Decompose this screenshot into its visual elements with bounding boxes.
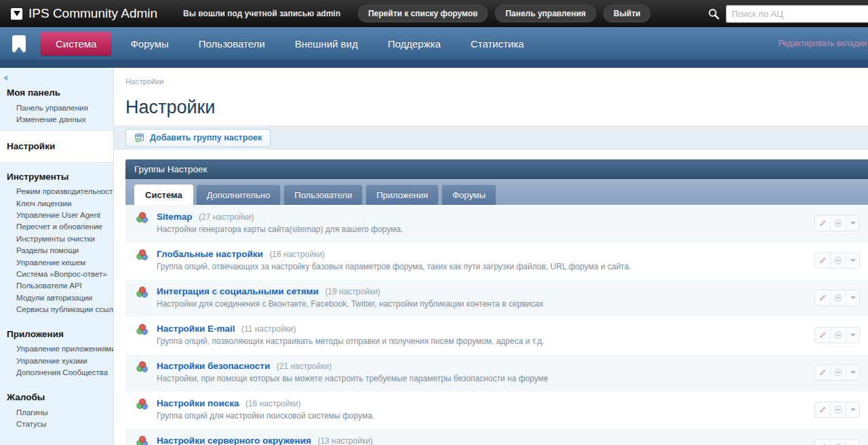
sidebar-section-title[interactable]: Жалобы bbox=[0, 389, 113, 406]
remove-minus-icon[interactable] bbox=[831, 440, 846, 445]
search-input[interactable] bbox=[726, 5, 868, 23]
topbar-button[interactable]: Выйти bbox=[604, 5, 651, 22]
dropdown-caret-icon[interactable] bbox=[846, 216, 859, 231]
sidebar-item[interactable]: Плагины bbox=[0, 406, 113, 418]
dropdown-caret-icon[interactable] bbox=[846, 365, 859, 380]
sidebar-item[interactable]: Управление User Agent bbox=[0, 210, 113, 221]
collapse-left-icon[interactable] bbox=[3, 75, 7, 81]
settings-group-link[interactable]: Интеграция с социальными сетями bbox=[157, 286, 319, 296]
sidebar-section: ИнструментыРежим производительностиКлюч … bbox=[0, 163, 113, 320]
edit-pencil-icon[interactable] bbox=[815, 290, 831, 305]
edit-pencil-icon[interactable] bbox=[815, 216, 831, 231]
nav-tab[interactable]: Пользователи bbox=[188, 32, 276, 56]
remove-minus-icon[interactable] bbox=[831, 328, 846, 343]
nav-tab[interactable]: Форумы bbox=[119, 32, 179, 56]
edit-pencil-icon[interactable] bbox=[815, 440, 831, 445]
search-area bbox=[708, 5, 868, 23]
settings-group-row: Настройки поиска (16 настройки) Группа о… bbox=[125, 391, 868, 429]
sidebar-item[interactable]: Сервисы публикации ссылок bbox=[0, 304, 113, 315]
topbar: IPS Community Admin Вы вошли под учетной… bbox=[0, 0, 868, 27]
sidebar-section: ПриложенияУправление приложениямиУправле… bbox=[0, 320, 113, 383]
panel-tab[interactable]: Пользователи bbox=[283, 185, 363, 206]
remove-minus-icon[interactable] bbox=[831, 216, 846, 231]
sidebar-item[interactable]: Изменение данных bbox=[0, 113, 113, 125]
sidebar-item[interactable]: Пересчет и обновление bbox=[0, 221, 113, 233]
row-actions bbox=[814, 252, 860, 269]
edit-pencil-icon[interactable] bbox=[815, 328, 831, 343]
sidebar-item[interactable]: Статусы bbox=[0, 418, 113, 429]
settings-group-link[interactable]: Глобальные настройки bbox=[157, 249, 263, 259]
sidebar-section-title[interactable]: Настройки bbox=[0, 138, 113, 155]
sidebar-item[interactable]: Пользователи API bbox=[0, 280, 113, 292]
nav-tab[interactable]: Статистика bbox=[460, 32, 535, 56]
sidebar-collapse[interactable] bbox=[0, 68, 113, 79]
sidebar-item[interactable]: Панель управления bbox=[0, 102, 113, 113]
settings-group-row: Настройки серверного окружения (13 настр… bbox=[125, 429, 868, 445]
edit-tabs-link[interactable]: Редактировать вкладки bbox=[778, 39, 867, 48]
settings-group-row: Настройки безопасности (21 настройки) На… bbox=[125, 354, 868, 391]
remove-minus-icon[interactable] bbox=[831, 253, 846, 268]
settings-group-count: (19 настройки) bbox=[325, 287, 380, 296]
sidebar-item[interactable]: Инструменты очистки bbox=[0, 233, 113, 244]
nav-tab[interactable]: Внешний вид bbox=[284, 32, 369, 56]
settings-group-icon bbox=[136, 212, 149, 242]
edit-pencil-icon[interactable] bbox=[815, 365, 831, 380]
settings-group-icon bbox=[136, 249, 149, 279]
settings-group-count: (16 настройки) bbox=[269, 250, 324, 259]
edit-pencil-icon[interactable] bbox=[815, 253, 831, 268]
sidebar-section: Моя панельПанель управленияИзменение дан… bbox=[0, 79, 113, 130]
edit-pencil-icon[interactable] bbox=[815, 402, 831, 417]
sidebar-section-title[interactable]: Моя панель bbox=[0, 84, 113, 102]
dropdown-caret-icon[interactable] bbox=[846, 440, 859, 445]
panel-tab[interactable]: Приложения bbox=[366, 185, 439, 206]
add-group-icon bbox=[134, 132, 145, 143]
panel-tab[interactable]: Форумы bbox=[441, 185, 496, 206]
nav-tab[interactable]: Поддержка bbox=[377, 32, 452, 56]
settings-group-link[interactable]: Настройки безопасности bbox=[157, 361, 270, 371]
sidebar-item[interactable]: Ключ лицензии bbox=[0, 197, 113, 209]
remove-minus-icon[interactable] bbox=[831, 290, 846, 305]
sidebar-item[interactable]: Управление кешем bbox=[0, 256, 113, 268]
sidebar-item[interactable]: Модули авторизации bbox=[0, 292, 113, 303]
add-group-button[interactable]: Добавить группу настроек bbox=[125, 129, 271, 147]
row-actions bbox=[814, 439, 860, 445]
sidebar-section-title[interactable]: Приложения bbox=[0, 326, 113, 343]
dropdown-caret-icon[interactable] bbox=[846, 402, 859, 417]
panel-title: Группы Настроек bbox=[134, 164, 207, 174]
settings-group-text: Sitemap (27 настройки) Настройки генерат… bbox=[157, 210, 403, 242]
settings-group-count: (11 настройки) bbox=[241, 324, 296, 334]
sidebar-section-title[interactable]: Инструменты bbox=[0, 168, 113, 186]
sidebar: Моя панельПанель управленияИзменение дан… bbox=[0, 68, 114, 445]
sidebar-item[interactable]: Режим производительности bbox=[0, 186, 113, 197]
sidebar-item[interactable]: Разделы помощи bbox=[0, 245, 113, 256]
settings-group-text: Глобальные настройки (16 настройки) Груп… bbox=[157, 248, 631, 279]
topbar-button[interactable]: Перейти к списку форумов bbox=[358, 5, 488, 22]
settings-group-link[interactable]: Настройки серверного окружения bbox=[157, 436, 311, 445]
add-group-label: Добавить группу настроек bbox=[150, 133, 262, 142]
settings-group-row: Sitemap (27 настройки) Настройки генерат… bbox=[125, 205, 868, 242]
settings-group-desc: Группа опций для настройки поисковой сис… bbox=[157, 411, 374, 421]
dashboard-bookmark-icon[interactable] bbox=[12, 35, 26, 52]
panel-tab[interactable]: Дополнительно bbox=[196, 185, 281, 206]
groups-list: Sitemap (27 настройки) Настройки генерат… bbox=[125, 205, 868, 445]
sidebar-item[interactable]: Управление хуками bbox=[0, 355, 113, 366]
settings-group-link[interactable]: Настройки поиска bbox=[157, 398, 239, 408]
settings-group-text: Настройки E-mail (11 настройки) Группа о… bbox=[157, 322, 545, 354]
topbar-button[interactable]: Панель управления bbox=[495, 5, 595, 22]
settings-group-desc: Настройки, при помощи которых вы можете … bbox=[157, 374, 549, 383]
dropdown-caret-icon[interactable] bbox=[846, 253, 859, 268]
dropdown-caret-icon[interactable] bbox=[846, 328, 859, 343]
sidebar-item[interactable]: Дополнения Сообщества bbox=[0, 367, 113, 379]
remove-minus-icon[interactable] bbox=[831, 402, 846, 417]
remove-minus-icon[interactable] bbox=[831, 365, 846, 380]
settings-group-link[interactable]: Sitemap bbox=[157, 212, 193, 222]
settings-group-link[interactable]: Настройки E-mail bbox=[157, 324, 235, 334]
sidebar-section-title[interactable]: Система bbox=[0, 440, 113, 445]
sidebar-item[interactable]: Система «Вопрос-ответ» bbox=[0, 268, 113, 279]
sidebar-section: ЖалобыПлагиныСтатусы bbox=[0, 383, 113, 435]
breadcrumb[interactable]: Настройки bbox=[114, 68, 868, 85]
nav-tab[interactable]: Система bbox=[41, 32, 111, 56]
sidebar-item[interactable]: Управление приложениями bbox=[0, 343, 113, 355]
panel-tab[interactable]: Система bbox=[134, 185, 193, 206]
dropdown-caret-icon[interactable] bbox=[846, 290, 859, 305]
